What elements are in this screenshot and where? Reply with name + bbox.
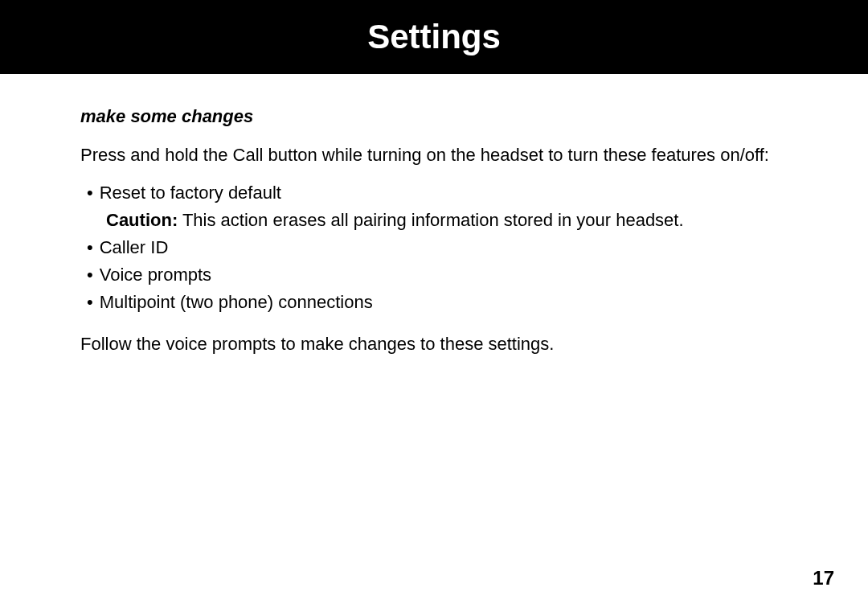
caution-text: This action erases all pairing informati…: [178, 210, 683, 230]
intro-paragraph: Press and hold the Call button while tur…: [80, 143, 788, 168]
page-number: 17: [813, 567, 834, 589]
bullet-icon: •: [87, 261, 93, 289]
list-item: • Voice prompts: [87, 261, 788, 289]
bullet-icon: •: [87, 234, 93, 261]
list-item-text: Voice prompts: [100, 261, 788, 289]
page-title: Settings: [367, 18, 501, 56]
bullet-icon: •: [87, 179, 93, 207]
list-item-text: Reset to factory default: [100, 179, 788, 207]
caution-label: Caution:: [106, 210, 178, 230]
page-content: make some changes Press and hold the Cal…: [0, 74, 868, 357]
list-item: • Multipoint (two phone) connections: [87, 289, 788, 316]
feature-list: • Reset to factory default Caution: This…: [87, 179, 788, 316]
list-item-text: Caller ID: [100, 234, 788, 261]
list-item: • Caller ID: [87, 234, 788, 261]
caution-note: Caution: This action erases all pairing …: [106, 207, 788, 234]
list-item-text: Multipoint (two phone) connections: [100, 289, 788, 316]
page-header: Settings: [0, 0, 868, 74]
closing-paragraph: Follow the voice prompts to make changes…: [80, 332, 788, 357]
section-subtitle: make some changes: [80, 106, 788, 127]
list-item: • Reset to factory default: [87, 179, 788, 207]
bullet-icon: •: [87, 289, 93, 316]
